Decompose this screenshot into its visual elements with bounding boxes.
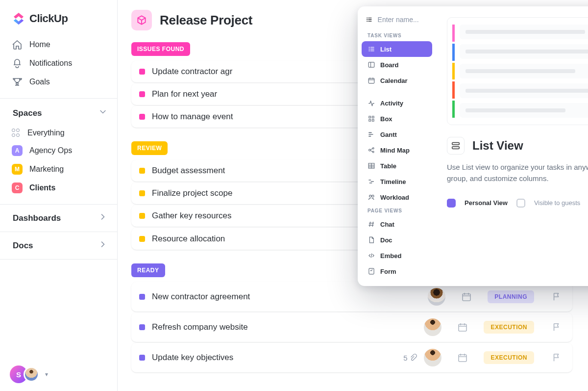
caret-down-icon: ▾ (45, 371, 48, 378)
nav-notifications[interactable]: Notifications (6, 54, 111, 73)
user-avatar-secondary[interactable] (24, 366, 39, 382)
task-status-dot (139, 114, 145, 120)
due-date-icon[interactable] (457, 322, 468, 333)
view-option-calendar[interactable]: Calendar (362, 73, 432, 88)
view-name-input[interactable] (378, 16, 428, 24)
view-option-doc[interactable]: Doc (362, 232, 432, 248)
space-badge: M (12, 164, 23, 175)
view-name-row (362, 11, 432, 30)
project-icon[interactable] (131, 10, 152, 30)
view-option-box[interactable]: Box (362, 111, 432, 127)
view-option-workload[interactable]: Workload (362, 189, 432, 205)
view-option-label: Table (380, 162, 396, 170)
task-status-dot (139, 168, 145, 174)
assignee-avatar[interactable] (424, 349, 441, 366)
nav-label: Home (29, 40, 50, 49)
priority-flag-icon[interactable] (552, 292, 562, 302)
due-date-icon[interactable] (461, 291, 472, 302)
priority-flag-icon[interactable] (552, 322, 562, 332)
task-row[interactable]: Update key objectives5 EXECUTION (131, 343, 572, 372)
space-item[interactable]: C Clients (6, 179, 111, 197)
doc-icon (368, 236, 375, 244)
due-date-icon[interactable] (457, 352, 468, 363)
space-item[interactable]: A Agency Ops (6, 141, 111, 160)
task-title: Update key objectives (152, 353, 396, 363)
mindmap-icon (368, 146, 375, 154)
chat-icon (368, 220, 375, 228)
preview-rows (460, 25, 588, 118)
brand-name: ClickUp (29, 12, 68, 25)
preview-row (460, 103, 588, 118)
space-badge: A (12, 145, 23, 156)
brand-logo[interactable]: ClickUp (0, 0, 117, 33)
view-option-board[interactable]: Board (362, 57, 432, 73)
view-option-label: Board (380, 61, 399, 69)
embed-icon (368, 252, 375, 260)
chevron-down-icon (98, 107, 107, 119)
preview-title: List View (472, 139, 523, 153)
sidebar-dashboards[interactable]: Dashboards (0, 205, 117, 232)
view-option-timeline[interactable]: Timeline (362, 174, 432, 189)
attachment-icon (409, 354, 417, 362)
preview-illustration (447, 17, 588, 125)
view-option-activity[interactable]: Activity (362, 95, 432, 111)
view-option-table[interactable]: Table (362, 158, 432, 174)
priority-flag-icon[interactable] (552, 353, 562, 363)
view-option-mind-map[interactable]: Mind Map (362, 142, 432, 158)
spaces-heading-label: Spaces (13, 108, 42, 118)
personal-view-checkbox[interactable] (447, 199, 456, 208)
space-everything[interactable]: Everything (6, 125, 111, 141)
sidebar-footer[interactable]: S ▾ (0, 358, 117, 391)
task-status-dot (139, 324, 145, 330)
view-option-embed[interactable]: Embed (362, 248, 432, 263)
view-option-chat[interactable]: Chat (362, 216, 432, 232)
group-status-pill[interactable]: ISSUES FOUND (131, 42, 190, 56)
task-row[interactable]: Refresh company websiteEXECUTION (131, 313, 572, 342)
view-option-list[interactable]: List (362, 41, 432, 57)
assignee-avatar[interactable] (428, 288, 445, 306)
board-icon (368, 61, 375, 69)
task-tag[interactable]: PLANNING (488, 290, 534, 303)
task-row[interactable]: New contractor agreementPLANNING (131, 282, 572, 312)
everything-icon (12, 129, 21, 137)
activity-icon (368, 99, 375, 107)
view-option-label: Gantt (380, 131, 397, 138)
page-views-heading: PAGE VIEWS (362, 205, 432, 216)
space-list: Everything A Agency OpsM MarketingC Clie… (0, 123, 117, 199)
preview-row (460, 83, 588, 98)
sidebar-docs[interactable]: Docs (0, 232, 117, 260)
space-label: Clients (29, 183, 55, 192)
spaces-heading[interactable]: Spaces (0, 99, 117, 123)
task-status-dot (139, 236, 145, 242)
box-icon (368, 115, 375, 123)
view-option-label: Calendar (380, 77, 408, 84)
calendar-icon (368, 77, 375, 84)
group-status-pill[interactable]: REVIEW (131, 141, 168, 155)
brand-icon (12, 12, 25, 26)
space-label: Everything (27, 129, 65, 137)
view-option-label: Embed (380, 252, 401, 260)
add-view-popover: TASK VIEWS ListBoardCalendarActivityBoxG… (358, 6, 588, 286)
list-icon (366, 15, 373, 24)
preview-color-stripe (452, 25, 455, 118)
task-status-dot (139, 69, 145, 75)
task-status-dot (139, 294, 145, 300)
preview-description: Use List view to organize your tasks in … (447, 161, 588, 184)
nav-goals[interactable]: Goals (6, 73, 111, 91)
view-option-label: Chat (380, 221, 394, 228)
view-option-gantt[interactable]: Gantt (362, 127, 432, 142)
space-item[interactable]: M Marketing (6, 160, 111, 179)
section-label: Docs (13, 241, 33, 251)
list-view-icon (447, 137, 465, 155)
group-status-pill[interactable]: READY (131, 263, 165, 277)
assignee-avatar[interactable] (424, 318, 441, 336)
nav-label: Notifications (29, 59, 72, 68)
task-tag[interactable]: EXECUTION (484, 321, 534, 334)
home-icon (12, 39, 23, 50)
view-option-label: Activity (380, 100, 403, 107)
visible-guests-checkbox[interactable] (516, 199, 525, 208)
view-option-form[interactable]: Form (362, 263, 432, 279)
nav-home[interactable]: Home (6, 35, 111, 54)
preview-row (460, 64, 588, 78)
task-tag[interactable]: EXECUTION (484, 351, 534, 364)
